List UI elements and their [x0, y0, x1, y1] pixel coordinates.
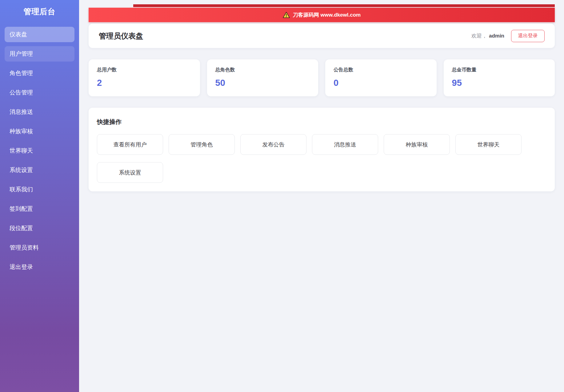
banner-top-strip	[133, 4, 555, 7]
stat-card-total-roles: 总角色数 50	[207, 59, 318, 96]
sidebar-item-logout[interactable]: 退出登录	[5, 259, 74, 275]
warning-icon	[283, 12, 290, 18]
sidebar: 管理后台 仪表盘 用户管理 角色管理 公告管理 消息推送 种族审核 世界聊天 系…	[0, 0, 79, 392]
header-card: 管理员仪表盘 欢迎， admin 退出登录	[89, 24, 555, 48]
notice-banner-text: 刀客源码网 www.dkewl.com	[293, 11, 361, 18]
logout-button[interactable]: 退出登录	[511, 30, 545, 42]
stat-label: 总角色数	[215, 67, 310, 73]
qa-button-race-review[interactable]: 种族审核	[384, 134, 450, 155]
sidebar-item-user-management[interactable]: 用户管理	[5, 46, 74, 62]
sidebar-menu: 仪表盘 用户管理 角色管理 公告管理 消息推送 种族审核 世界聊天 系统设置 联…	[5, 27, 74, 275]
sidebar-item-contact-us[interactable]: 联系我们	[5, 182, 74, 197]
stat-card-total-users: 总用户数 2	[89, 59, 200, 96]
welcome-text: 欢迎，	[471, 32, 487, 39]
sidebar-item-message-push[interactable]: 消息推送	[5, 104, 74, 120]
qa-button-view-all-users[interactable]: 查看所有用户	[97, 134, 163, 155]
stat-label: 总金币数量	[452, 67, 547, 73]
stat-card-total-coins: 总金币数量 95	[444, 59, 555, 96]
sidebar-item-system-settings[interactable]: 系统设置	[5, 162, 74, 178]
qa-button-message-push[interactable]: 消息推送	[312, 134, 378, 155]
stat-label: 总用户数	[97, 67, 192, 73]
page-title: 管理员仪表盘	[99, 31, 143, 41]
quick-actions-grid: 查看所有用户 管理角色 发布公告 消息推送 种族审核 世界聊天 系统设置	[97, 134, 546, 183]
app-title: 管理后台	[0, 0, 79, 17]
notice-banner[interactable]: 刀客源码网 www.dkewl.com	[89, 8, 555, 22]
sidebar-item-rank-config[interactable]: 段位配置	[5, 221, 74, 236]
username: admin	[489, 33, 504, 39]
stat-value: 0	[334, 78, 428, 88]
sidebar-item-admin-profile[interactable]: 管理员资料	[5, 240, 74, 255]
header-right: 欢迎， admin 退出登录	[471, 30, 545, 42]
stat-value: 50	[215, 78, 310, 88]
sidebar-item-world-chat[interactable]: 世界聊天	[5, 143, 74, 158]
qa-button-world-chat[interactable]: 世界聊天	[455, 134, 522, 155]
qa-button-manage-roles[interactable]: 管理角色	[169, 134, 235, 155]
quick-actions-title: 快捷操作	[97, 118, 546, 126]
stat-card-total-announcements: 公告总数 0	[325, 59, 437, 96]
stat-value: 2	[97, 78, 192, 88]
qa-button-system-settings[interactable]: 系统设置	[97, 162, 163, 183]
qa-button-publish-announcement[interactable]: 发布公告	[240, 134, 306, 155]
stats-row: 总用户数 2 总角色数 50 公告总数 0 总金币数量 95	[89, 59, 555, 96]
stat-label: 公告总数	[334, 67, 428, 73]
sidebar-item-role-management[interactable]: 角色管理	[5, 66, 74, 81]
sidebar-item-dashboard[interactable]: 仪表盘	[5, 27, 74, 42]
sidebar-item-race-review[interactable]: 种族审核	[5, 124, 74, 139]
quick-actions-card: 快捷操作 查看所有用户 管理角色 发布公告 消息推送 种族审核 世界聊天 系统设…	[89, 108, 555, 191]
sidebar-item-announcements[interactable]: 公告管理	[5, 85, 74, 100]
stat-value: 95	[452, 78, 547, 88]
sidebar-item-checkin-config[interactable]: 签到配置	[5, 201, 74, 217]
